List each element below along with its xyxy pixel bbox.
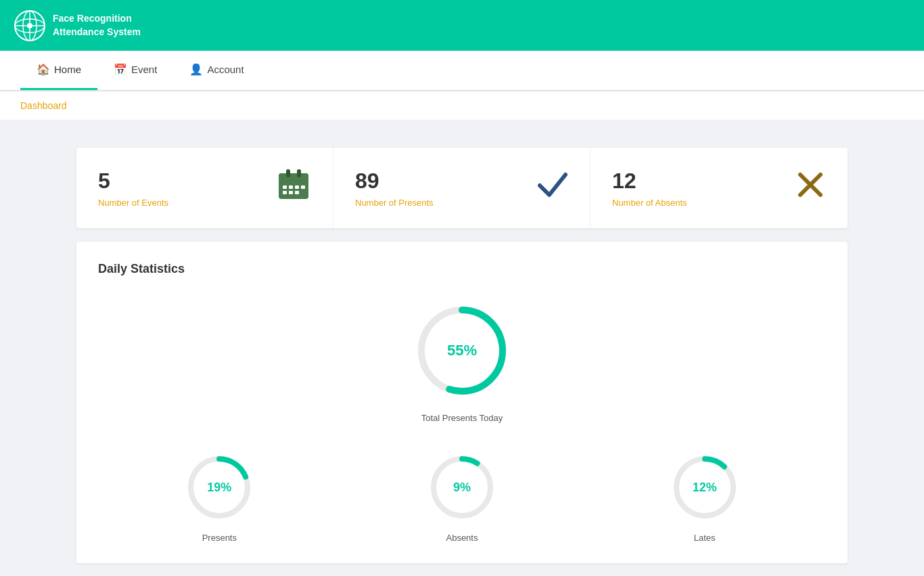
presents-chart-title: Presents bbox=[202, 533, 237, 543]
sub-charts-row: 19% Presents 9% Absents bbox=[98, 450, 826, 543]
app-title: Face Recognition Attendance System bbox=[53, 12, 141, 39]
check-icon bbox=[537, 169, 568, 206]
svg-rect-7 bbox=[279, 173, 308, 183]
stat-card-presents: 89 Number of Presents bbox=[333, 148, 591, 228]
stat-card-absents: 12 Number of Absents bbox=[591, 148, 848, 228]
presents-chart: 19% Presents bbox=[182, 450, 256, 543]
tab-event[interactable]: 📅 Event bbox=[97, 51, 173, 90]
donut-presents-wrapper: 19% bbox=[182, 450, 256, 525]
stat-number-events: 5 bbox=[98, 169, 168, 194]
app-header: Face Recognition Attendance System bbox=[0, 0, 924, 51]
content-wrapper: Dashboard 5 Number of Events bbox=[0, 91, 924, 576]
stat-card-events: 5 Number of Events bbox=[76, 148, 333, 228]
stat-label-absents: Number of Absents bbox=[612, 198, 687, 208]
main-nav: 🏠 Home 📅 Event 👤 Account bbox=[0, 51, 924, 91]
donut-main-wrapper: 55% bbox=[408, 296, 516, 405]
main-chart-title: Total Presents Today bbox=[421, 413, 503, 423]
stat-info-presents: 89 Number of Presents bbox=[355, 169, 434, 208]
daily-stats-section: Daily Statistics 55% Total Presents Toda… bbox=[76, 242, 848, 563]
stat-number-absents: 12 bbox=[612, 169, 687, 194]
events-calendar-icon bbox=[276, 167, 311, 209]
breadcrumb: Dashboard bbox=[20, 100, 67, 111]
nav-tabs: 🏠 Home 📅 Event 👤 Account bbox=[20, 51, 904, 90]
stat-number-presents: 89 bbox=[355, 169, 434, 194]
absents-chart-title: Absents bbox=[446, 533, 478, 543]
tab-account[interactable]: 👤 Account bbox=[173, 51, 260, 90]
lates-chart: 12% Lates bbox=[668, 450, 742, 543]
svg-rect-11 bbox=[289, 185, 293, 189]
total-presents-chart: 55% Total Presents Today bbox=[408, 296, 516, 423]
donut-main-label: 55% bbox=[447, 342, 477, 359]
times-icon bbox=[795, 169, 826, 206]
section-title: Daily Statistics bbox=[98, 262, 826, 276]
svg-rect-8 bbox=[286, 169, 290, 177]
stat-info-absents: 12 Number of Absents bbox=[612, 169, 687, 208]
svg-rect-15 bbox=[289, 191, 293, 194]
logo-icon bbox=[14, 9, 46, 42]
stats-row: 5 Number of Events bbox=[76, 148, 848, 228]
nav-wrapper: 🏠 Home 📅 Event 👤 Account bbox=[0, 51, 924, 91]
svg-rect-10 bbox=[283, 185, 287, 189]
breadcrumb-bar: Dashboard bbox=[0, 91, 924, 120]
logo-area: Face Recognition Attendance System bbox=[14, 9, 141, 42]
donut-lates-label: 12% bbox=[693, 481, 717, 495]
stat-label-events: Number of Events bbox=[98, 198, 168, 208]
svg-rect-14 bbox=[283, 191, 287, 194]
svg-rect-12 bbox=[295, 185, 299, 189]
stat-info-events: 5 Number of Events bbox=[98, 169, 168, 208]
calendar-icon: 📅 bbox=[114, 63, 127, 76]
svg-rect-9 bbox=[297, 169, 301, 177]
svg-rect-13 bbox=[301, 185, 305, 189]
svg-rect-16 bbox=[295, 191, 299, 194]
home-icon: 🏠 bbox=[37, 63, 50, 76]
stat-label-presents: Number of Presents bbox=[355, 198, 434, 208]
donut-absents-label: 9% bbox=[453, 481, 471, 495]
absents-chart: 9% Absents bbox=[425, 450, 499, 543]
lates-chart-title: Lates bbox=[694, 533, 716, 543]
donut-absents-wrapper: 9% bbox=[425, 450, 499, 525]
donut-presents-label: 19% bbox=[207, 481, 231, 495]
donut-lates-wrapper: 12% bbox=[668, 450, 742, 525]
main-chart-container: 55% Total Presents Today bbox=[98, 296, 826, 423]
tab-home[interactable]: 🏠 Home bbox=[20, 51, 97, 90]
account-icon: 👤 bbox=[189, 63, 203, 76]
main-content: 5 Number of Events bbox=[56, 134, 868, 576]
